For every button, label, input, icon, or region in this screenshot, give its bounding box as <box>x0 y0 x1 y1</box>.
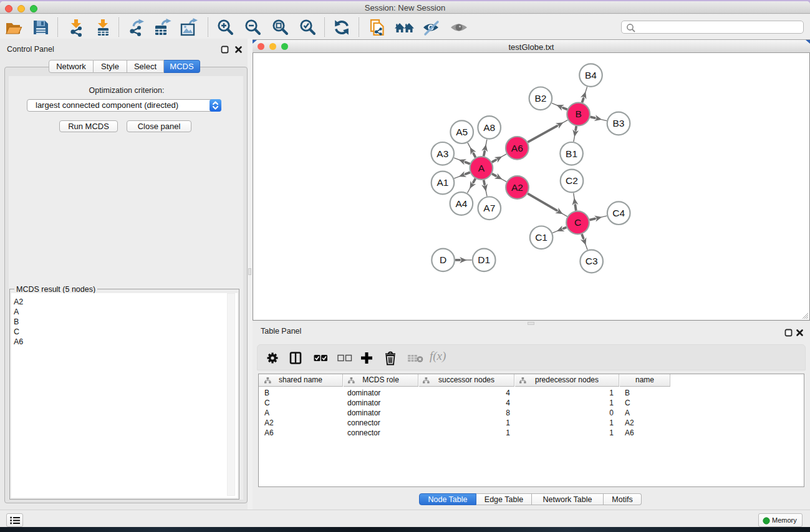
svg-text:B1: B1 <box>566 148 577 159</box>
svg-text:B4: B4 <box>585 70 597 80</box>
svg-text:A4: A4 <box>455 198 467 209</box>
svg-text:A6: A6 <box>511 143 523 153</box>
svg-text:B: B <box>575 109 581 119</box>
svg-text:C4: C4 <box>612 208 625 218</box>
svg-text:C: C <box>574 217 581 228</box>
svg-text:C2: C2 <box>566 175 578 186</box>
svg-text:D1: D1 <box>478 254 490 265</box>
svg-text:A5: A5 <box>456 127 468 137</box>
svg-text:B2: B2 <box>534 93 546 104</box>
svg-text:A2: A2 <box>511 182 523 193</box>
svg-text:A8: A8 <box>483 122 495 133</box>
svg-text:A3: A3 <box>436 148 448 159</box>
svg-text:A1: A1 <box>437 177 449 188</box>
svg-text:D: D <box>440 254 446 265</box>
svg-text:A: A <box>478 163 485 173</box>
svg-text:C1: C1 <box>535 232 547 243</box>
svg-text:B3: B3 <box>613 118 625 128</box>
svg-text:C3: C3 <box>586 256 598 266</box>
svg-text:A7: A7 <box>483 203 495 213</box>
